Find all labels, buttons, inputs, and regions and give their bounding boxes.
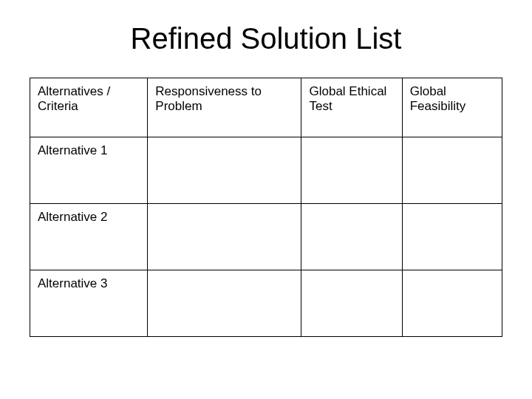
- cell: [148, 137, 301, 204]
- row-label: Alternative 2: [30, 204, 148, 270]
- row-label: Alternative 1: [30, 137, 148, 204]
- table-row: Alternative 1: [30, 137, 502, 204]
- table-row: Alternative 2: [30, 204, 502, 270]
- header-cell-feasibility: Global Feasibility: [402, 78, 502, 137]
- cell: [301, 270, 402, 337]
- cell: [402, 270, 502, 337]
- header-cell-alternatives: Alternatives / Criteria: [30, 78, 148, 137]
- page-title: Refined Solution List: [30, 22, 502, 55]
- header-cell-responsiveness: Responsiveness to Problem: [148, 78, 301, 137]
- cell: [402, 137, 502, 204]
- cell: [301, 204, 402, 270]
- solution-table: Alternatives / Criteria Responsiveness t…: [30, 78, 502, 337]
- cell: [148, 204, 301, 270]
- table-row: Alternative 3: [30, 270, 502, 337]
- cell: [148, 270, 301, 337]
- cell: [402, 204, 502, 270]
- header-cell-ethical: Global Ethical Test: [301, 78, 402, 137]
- cell: [301, 137, 402, 204]
- row-label: Alternative 3: [30, 270, 148, 337]
- table-header-row: Alternatives / Criteria Responsiveness t…: [30, 78, 502, 137]
